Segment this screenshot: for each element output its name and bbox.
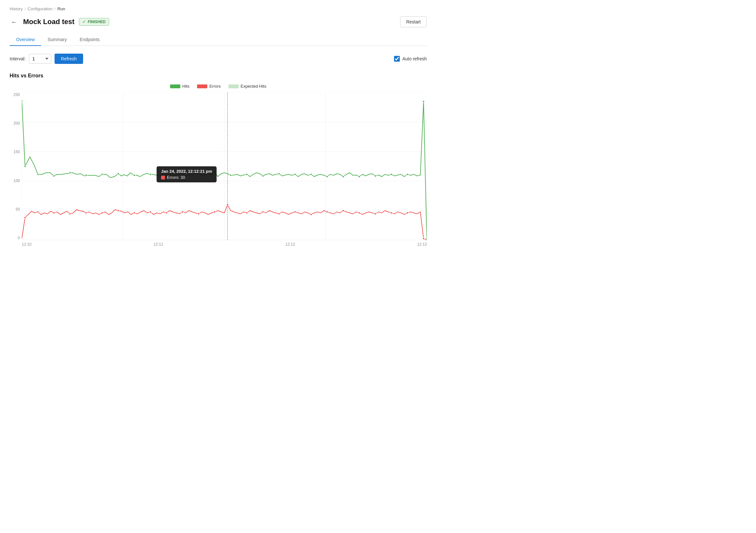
svg-point-34	[374, 175, 376, 177]
svg-point-24	[214, 172, 216, 174]
svg-point-31	[326, 176, 328, 178]
tab-summary[interactable]: Summary	[41, 34, 73, 46]
refresh-button[interactable]: Refresh	[55, 54, 83, 64]
svg-point-55	[278, 213, 280, 215]
header-left: ← Mock Load test ✓ FINISHED	[10, 17, 109, 27]
svg-point-43	[85, 212, 87, 214]
svg-point-64	[422, 238, 424, 239]
interval-label: Interval:	[10, 56, 26, 61]
auto-refresh-checkbox[interactable]	[394, 56, 400, 62]
header-row: ← Mock Load test ✓ FINISHED Restart	[10, 16, 427, 27]
svg-point-20	[149, 173, 151, 175]
svg-point-37	[422, 100, 424, 102]
x-label-1213: 12:13	[417, 242, 427, 247]
chart-canvas: Jan 24, 2022, 12:12:21 pm Errors: 30	[22, 93, 427, 240]
svg-point-28	[278, 173, 280, 175]
legend-errors: Errors	[197, 84, 221, 89]
svg-point-54	[262, 211, 264, 213]
svg-point-23	[198, 172, 200, 174]
back-button[interactable]: ←	[10, 17, 19, 27]
svg-point-36	[407, 173, 409, 175]
svg-point-44	[101, 212, 103, 214]
auto-refresh-label[interactable]: Auto refresh	[402, 56, 427, 61]
y-label-250: 250	[14, 93, 20, 97]
svg-point-61	[374, 213, 376, 215]
svg-point-50	[198, 213, 200, 215]
svg-point-17	[101, 173, 103, 175]
breadcrumb-current: Run	[57, 6, 65, 11]
chart-legend: Hits Errors Expected Hits	[10, 84, 427, 89]
svg-point-27	[262, 175, 264, 177]
legend-hits: Hits	[170, 84, 189, 89]
svg-point-25	[230, 174, 232, 176]
x-axis: 12:10 12:11 12:12 12:13	[10, 240, 427, 247]
breadcrumb-history[interactable]: History	[10, 6, 22, 11]
controls-right: Auto refresh	[394, 56, 427, 62]
y-label-150: 150	[14, 150, 20, 154]
svg-point-11	[22, 100, 23, 102]
chart-title: Hits vs Errors	[10, 73, 427, 79]
svg-point-39	[24, 217, 26, 219]
tabs-bar: Overview Summary Endpoints	[10, 34, 427, 46]
svg-point-18	[117, 173, 119, 175]
svg-point-49	[182, 211, 183, 213]
svg-point-51	[214, 211, 216, 213]
svg-point-29	[294, 173, 296, 175]
svg-point-38	[426, 238, 427, 239]
legend-expected-label: Expected Hits	[241, 84, 266, 89]
y-label-50: 50	[16, 207, 20, 211]
breadcrumb-sep2: /	[54, 6, 56, 11]
svg-point-40	[37, 211, 39, 213]
breadcrumb: History / Configuration / Run	[10, 6, 427, 11]
legend-errors-swatch	[197, 84, 207, 88]
breadcrumb-configuration[interactable]: Configuration	[28, 6, 52, 11]
svg-point-30	[310, 173, 312, 175]
svg-point-48	[166, 212, 168, 214]
x-label-1210: 12:10	[22, 242, 32, 247]
legend-errors-label: Errors	[209, 84, 221, 89]
chart-section: Hits vs Errors Hits Errors Expected Hits…	[10, 73, 427, 247]
svg-point-26	[246, 173, 248, 175]
svg-point-62	[391, 212, 392, 214]
status-text: FINISHED	[88, 19, 106, 24]
y-label-100: 100	[14, 179, 20, 183]
svg-point-15	[69, 172, 71, 174]
svg-point-58	[326, 211, 328, 213]
controls-left: Interval: 1 5 10 30 60 Refresh	[10, 54, 83, 64]
breadcrumb-sep1: /	[24, 6, 26, 11]
tab-endpoints[interactable]: Endpoints	[73, 34, 106, 46]
svg-point-63	[407, 212, 409, 214]
svg-point-47	[149, 211, 151, 213]
status-check-icon: ✓	[82, 19, 86, 24]
svg-point-46	[133, 212, 135, 214]
legend-expected: Expected Hits	[229, 84, 266, 89]
legend-hits-swatch	[170, 84, 180, 88]
legend-hits-label: Hits	[182, 84, 189, 89]
svg-point-35	[391, 173, 392, 175]
svg-point-53	[246, 212, 248, 214]
svg-point-14	[53, 175, 55, 177]
svg-point-42	[69, 213, 71, 215]
svg-point-57	[310, 213, 312, 215]
x-label-1212: 12:12	[285, 242, 295, 247]
status-badge: ✓ FINISHED	[79, 18, 109, 26]
svg-point-19	[133, 174, 135, 176]
x-label-1211: 12:11	[154, 242, 163, 247]
svg-point-56	[294, 211, 296, 213]
y-label-200: 200	[14, 121, 20, 126]
y-axis: 250 200 150 100 50 0	[10, 93, 22, 240]
svg-point-22	[182, 172, 183, 174]
legend-expected-swatch	[229, 84, 239, 88]
svg-point-41	[53, 212, 55, 214]
page-title: Mock Load test	[23, 18, 74, 26]
chart-svg	[22, 93, 427, 240]
interval-select[interactable]: 1 5 10 30 60	[29, 54, 51, 64]
svg-point-32	[342, 176, 344, 178]
restart-button[interactable]: Restart	[400, 16, 427, 27]
svg-point-33	[359, 176, 360, 178]
svg-point-59	[342, 210, 344, 211]
tab-overview[interactable]: Overview	[10, 34, 41, 46]
svg-point-12	[24, 165, 26, 167]
svg-point-21	[166, 174, 168, 176]
svg-point-45	[117, 210, 119, 211]
